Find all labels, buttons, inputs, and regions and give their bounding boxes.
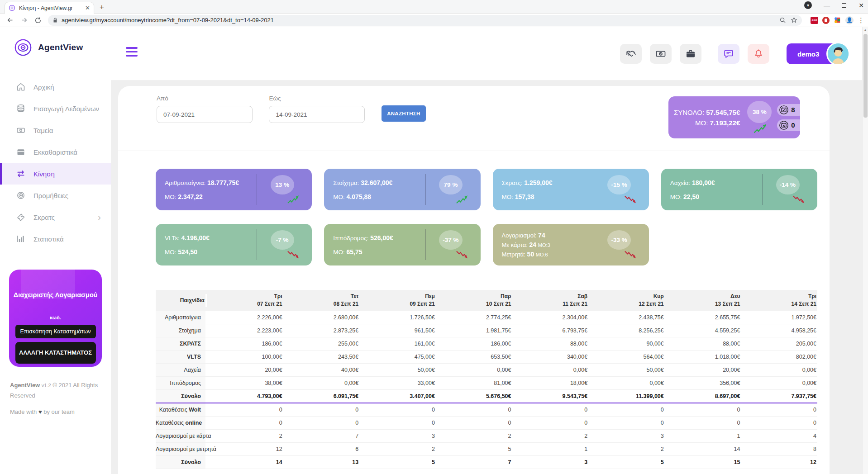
sidebar-item-home[interactable]: Αρχική	[0, 76, 111, 98]
table-cell: 0	[207, 403, 283, 416]
cash-button[interactable]	[650, 44, 672, 64]
table-cell: 0	[588, 417, 665, 429]
user-menu-button[interactable]: demo3	[787, 43, 846, 64]
table-cell: 18,00€	[512, 377, 589, 389]
search-button[interactable]: ΑΝΑΖΗΤΗΣΗ	[382, 105, 426, 122]
forward-button[interactable]	[20, 16, 28, 24]
table-row: Αριθμοπαίγνια2.226,00€2.680,00€1.726,50€…	[156, 311, 817, 324]
table-row-label: Σύνολο	[156, 456, 207, 469]
sidebar-item-statistics[interactable]: Στατιστικά	[0, 228, 111, 250]
tab-close-icon[interactable]: ✕	[85, 5, 90, 11]
table-cell: 4.793,00€	[207, 390, 283, 403]
percent-badge: -15 %	[607, 175, 631, 194]
table-cell: 6.091,75€	[283, 390, 360, 403]
account-manager-card: Διαχειριστής Λογαριασμού κωδ. Επισκόπηση…	[9, 270, 102, 367]
table-row: Καταθέσεις online00000000	[156, 417, 817, 430]
handshake-button[interactable]	[620, 44, 642, 64]
sidebar-item-scratch[interactable]: Σκρατς ›	[0, 206, 111, 228]
reload-button[interactable]	[34, 17, 42, 24]
change-store-button[interactable]: ΑΛΛΑΓΗ ΚΑΤΑΣΤΗΜΑΤΟΣ	[15, 342, 96, 364]
sidebar-item-clearances[interactable]: Εκκαθαριστικά	[0, 141, 111, 163]
table-cell: 0,00€	[741, 377, 817, 389]
browser-update-icon[interactable]: ▾	[804, 1, 812, 9]
table-row: Καταθέσεις Wolt00000000	[156, 403, 817, 417]
to-date-input[interactable]	[269, 106, 365, 123]
table-row: Λογαριασμοί με κάρτα27322314	[156, 430, 817, 443]
table-cell: 11.399,00€	[588, 390, 665, 403]
table-cell: 14	[665, 443, 741, 455]
ticket-icon	[16, 213, 25, 222]
table-cell: 6	[283, 443, 360, 455]
back-button[interactable]	[6, 16, 14, 24]
to-label: Εώς	[269, 95, 365, 102]
brand[interactable]: AgentView	[0, 27, 111, 57]
sidebar-item-commissions[interactable]: Προμήθειες	[0, 185, 111, 206]
table-cell: 0,00€	[436, 364, 512, 376]
hamburger-menu-icon[interactable]	[126, 47, 138, 59]
sidebar-item-cashdesks[interactable]: Ταμεία	[0, 119, 111, 141]
table-row-label: ΣΚΡΑΤΣ	[156, 337, 207, 350]
bell-icon	[753, 48, 764, 59]
sidebar-item-data-entry[interactable]: Εισαγωγή Δεδομένων	[0, 98, 111, 119]
favicon-agentview	[9, 5, 15, 11]
footer-version: v1.2	[42, 383, 51, 388]
messages-button[interactable]	[718, 44, 739, 64]
table-cell: 0,00€	[741, 364, 817, 376]
scrollbar-up-arrow[interactable]: ▲	[863, 27, 868, 33]
extension-abp-icon[interactable]: ABP	[811, 17, 818, 24]
table-header-cell: Δευ13 Σεπ 21	[665, 290, 741, 311]
stat-cards-grid: Αριθμοπαίγνια: 18.777,75€ ΜΟ: 2.347,22 1…	[156, 169, 817, 265]
window-minimize-button[interactable]: —	[824, 2, 830, 9]
table-cell: 0	[512, 403, 589, 416]
sidebar-item-label: Εισαγωγή Δεδομένων	[33, 105, 99, 113]
table-cell: 38,00€	[207, 377, 283, 389]
table-cell: 802,00€	[741, 351, 817, 363]
banknote-icon	[655, 48, 666, 59]
briefcase-icon	[685, 48, 696, 59]
page-scrollbar[interactable]: ▲	[862, 27, 868, 474]
browser-profile-icon[interactable]: 👤	[845, 16, 854, 24]
table-cell: 340,00€	[512, 351, 589, 363]
table-cell: 564,00€	[588, 351, 665, 363]
browser-menu-icon[interactable]: ⋮	[858, 16, 864, 24]
table-cell: 8.256,25€	[588, 324, 665, 337]
window-maximize-button[interactable]	[842, 3, 846, 8]
trend-down-icon	[620, 250, 641, 259]
table-cell: 475,00€	[359, 351, 436, 363]
percent-badge: 38 %	[747, 101, 772, 123]
percent-badge: -33 %	[607, 230, 631, 250]
from-date-input[interactable]	[157, 106, 253, 123]
stat-card-average: ΜΟ: 524,50	[165, 248, 257, 256]
trend-down-icon	[620, 194, 641, 204]
new-tab-button[interactable]: +	[100, 3, 104, 12]
content-panel: Από Εώς ΑΝΑΖΗΤΗΣΗ ΣΥΝΟΛΟ: 57.545,75€ ΜΟ:…	[118, 86, 830, 474]
table-cell: 0,00€	[588, 377, 665, 389]
window-close-button[interactable]: ✕	[858, 2, 864, 9]
sidebar-item-movement[interactable]: Κίνηση	[0, 163, 111, 185]
heart-icon: ♥	[38, 408, 42, 415]
account-code-label: κωδ.	[9, 315, 102, 320]
sidebar: AgentView Αρχική Εισαγωγή Δεδομένων Ταμε…	[0, 27, 111, 474]
stat-card-main: Αριθμοπαίγνια: 18.777,75€	[165, 179, 257, 186]
table-cell: 0	[741, 403, 817, 416]
extension-puzzle-icon[interactable]	[834, 16, 841, 24]
bookmark-star-icon[interactable]	[791, 17, 797, 24]
target-icon	[16, 191, 25, 200]
table-cell: 3	[588, 430, 665, 442]
accounts-total: Λογαριασμοί: 74	[502, 232, 594, 239]
notifications-button[interactable]	[748, 44, 769, 64]
briefcase-button[interactable]	[680, 44, 701, 64]
zoom-icon[interactable]	[779, 17, 786, 24]
scrollbar-thumb[interactable]	[863, 34, 868, 118]
table-header-cell: Τρι07 Σεπ 21	[207, 290, 283, 311]
store-overview-button[interactable]: Επισκόπηση Καταστημάτων	[15, 325, 96, 338]
footer-brand: AgentView	[10, 382, 40, 389]
brand-name: AgentView	[38, 43, 83, 52]
browser-tab[interactable]: Κίνηση - AgentView.gr ✕	[5, 2, 94, 14]
table-cell: 4	[741, 430, 817, 442]
table-row: Λαχεία20,00€40,00€50,00€0,00€0,00€50,00€…	[156, 364, 817, 377]
table-cell: 2.223,00€	[207, 324, 283, 337]
extension-adblock-icon[interactable]	[822, 17, 830, 24]
url-bar[interactable]: agentview.gr/myaccount/moneytrincome?dt_…	[48, 15, 802, 26]
table-cell: 90,00€	[588, 337, 665, 350]
